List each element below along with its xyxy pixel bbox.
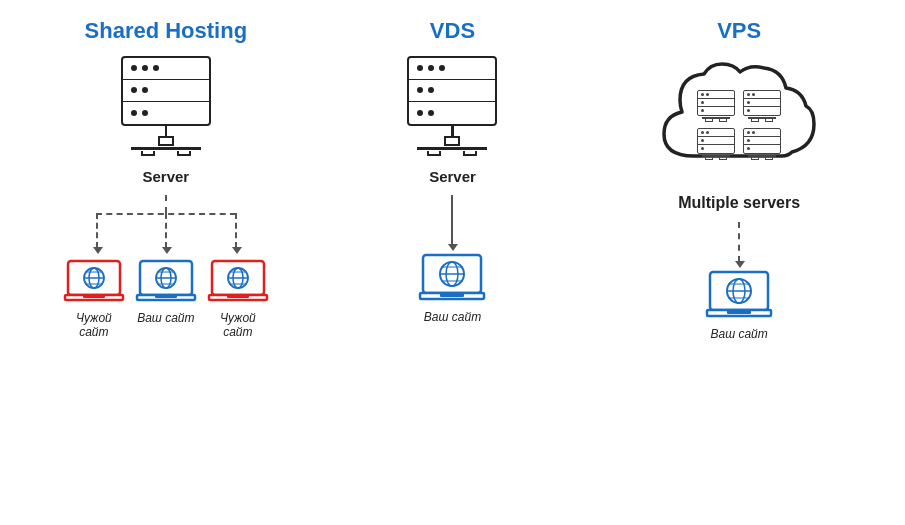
laptop-foreign2-label: Чужойсайт <box>220 311 256 340</box>
vds-server-label: Server <box>429 168 476 185</box>
vps-arrow <box>609 222 869 262</box>
vps-laptops: Ваш сайт <box>609 270 869 341</box>
vds-title: VDS <box>430 18 475 44</box>
svg-rect-39 <box>727 310 751 314</box>
shared-hosting-column: Shared Hosting Server <box>36 18 296 340</box>
vds-column: VDS Server <box>322 18 582 324</box>
vps-mini-servers <box>676 72 802 170</box>
laptop-foreign1: Чужойсайт <box>63 259 125 340</box>
laptop-foreign1-label: Чужойсайт <box>76 311 112 340</box>
main-diagram: Shared Hosting Server <box>3 8 903 518</box>
svg-rect-15 <box>155 295 177 298</box>
laptop-your2-label: Ваш сайт <box>424 310 481 324</box>
shared-hosting-title: Shared Hosting <box>85 18 248 44</box>
svg-rect-31 <box>440 293 464 297</box>
shared-hosting-arrows <box>66 195 266 255</box>
shared-hosting-laptops: Чужойсайт Ваш сайт <box>36 259 296 340</box>
shared-hosting-server-label: Server <box>142 168 189 185</box>
laptop-your1: Ваш сайт <box>135 259 197 325</box>
svg-rect-23 <box>227 295 249 298</box>
laptop-foreign2: Чужойсайт <box>207 259 269 340</box>
vps-server-label: Multiple servers <box>678 194 800 212</box>
vps-column: VPS <box>609 18 869 341</box>
vds-server-icon <box>407 56 497 156</box>
laptop-your3: Ваш сайт <box>705 270 773 341</box>
vds-laptops: Ваш сайт <box>322 253 582 324</box>
vds-arrow <box>322 195 582 245</box>
laptop-your2: Ваш сайт <box>418 253 486 324</box>
vps-cloud-icon <box>654 56 824 186</box>
vps-title: VPS <box>717 18 761 44</box>
laptop-your1-label: Ваш сайт <box>137 311 194 325</box>
shared-hosting-server-icon <box>121 56 211 156</box>
svg-rect-7 <box>83 295 105 298</box>
laptop-your3-label: Ваш сайт <box>710 327 767 341</box>
